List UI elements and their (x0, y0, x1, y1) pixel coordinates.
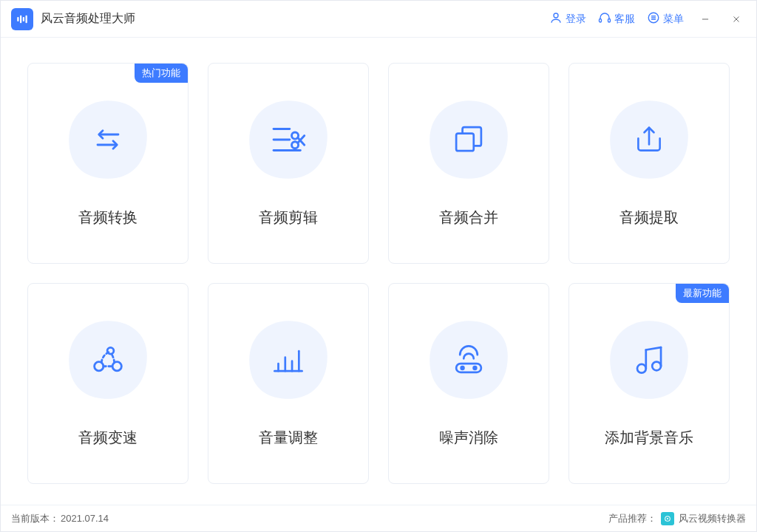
card-add-bgm[interactable]: 最新功能 添加背景音乐 (568, 283, 730, 484)
menu-button[interactable]: 菜单 (647, 11, 684, 27)
recommend-link[interactable]: 风云视频转换器 (661, 512, 746, 525)
login-label: 登录 (566, 13, 586, 26)
recommend-product: 风云视频转换器 (679, 512, 746, 525)
volume-bars-icon (265, 336, 312, 383)
menu-icon (647, 11, 660, 27)
card-label: 噪声消除 (439, 428, 498, 448)
svg-point-31 (474, 366, 477, 369)
recommend-label: 产品推荐： (608, 512, 656, 525)
card-audio-speed[interactable]: 音频变速 (27, 283, 189, 484)
card-audio-merge[interactable]: 音频合并 (388, 63, 549, 264)
convert-icon (84, 116, 132, 163)
badge-new: 最新功能 (676, 284, 729, 303)
svg-line-36 (646, 347, 661, 349)
recommend-logo-icon (661, 512, 674, 525)
card-label: 音量调整 (259, 428, 318, 448)
svg-rect-3 (26, 15, 27, 23)
card-audio-cut[interactable]: 音频剪辑 (208, 63, 369, 264)
svg-rect-2 (23, 17, 24, 21)
card-label: 音频转换 (78, 208, 138, 228)
svg-rect-29 (456, 364, 481, 372)
speed-icon (84, 336, 132, 383)
music-icon (625, 336, 673, 383)
card-label: 音频合并 (439, 208, 498, 228)
headset-icon (598, 11, 611, 27)
card-audio-convert[interactable]: 热门功能 音频转换 (27, 63, 189, 264)
svg-point-38 (667, 517, 668, 519)
svg-point-30 (461, 366, 464, 369)
card-label: 添加背景音乐 (605, 428, 693, 448)
card-volume-adjust[interactable]: 音量调整 (208, 283, 369, 484)
noise-icon (445, 336, 492, 383)
svg-point-33 (652, 361, 661, 370)
user-icon (549, 11, 563, 27)
version-value: 2021.07.14 (61, 513, 109, 524)
card-label: 音频剪辑 (259, 208, 318, 228)
app-logo (11, 8, 33, 30)
version-label: 当前版本： (11, 512, 59, 525)
scissors-icon (265, 116, 312, 163)
login-button[interactable]: 登录 (549, 11, 586, 27)
svg-rect-19 (456, 133, 474, 151)
badge-hot: 热门功能 (135, 64, 188, 83)
menu-label: 菜单 (663, 13, 684, 26)
footer: 当前版本： 2021.07.14 产品推荐： 风云视频转换器 (1, 505, 756, 531)
service-button[interactable]: 客服 (598, 11, 635, 27)
titlebar: 风云音频处理大师 登录 客服 菜单 (1, 1, 756, 38)
card-label: 音频变速 (78, 428, 138, 448)
svg-rect-1 (20, 15, 21, 23)
svg-point-32 (637, 364, 646, 372)
card-noise-remove[interactable]: 噪声消除 (388, 283, 549, 484)
svg-point-4 (554, 13, 558, 18)
card-audio-extract[interactable]: 音频提取 (568, 63, 730, 264)
feature-grid: 热门功能 音频转换 音频剪辑 (1, 38, 756, 505)
minimize-button[interactable] (696, 10, 715, 29)
card-label: 音频提取 (619, 208, 679, 228)
service-label: 客服 (614, 13, 635, 26)
merge-icon (445, 116, 492, 163)
app-title: 风云音频处理大师 (41, 11, 135, 27)
close-button[interactable] (727, 10, 746, 29)
extract-icon (625, 116, 673, 163)
svg-rect-0 (17, 17, 18, 21)
